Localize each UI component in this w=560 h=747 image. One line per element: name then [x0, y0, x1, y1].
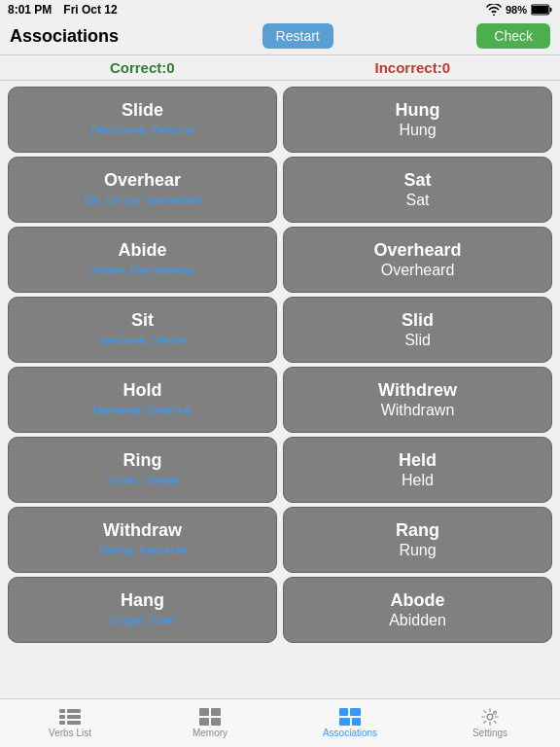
right-card[interactable]: HeldHeld [283, 437, 552, 503]
card-row: RingSonar, LlamarHeldHeld [8, 437, 552, 503]
card-sub-text: Slid [404, 332, 431, 349]
card-sub-text: Oír, Oír por casualidad [84, 194, 201, 209]
tab-associations-label: Associations [323, 728, 377, 738]
card-row: HangColgar, CaerAbodeAbidden [8, 577, 552, 643]
list-icon [59, 708, 81, 726]
battery-icon [531, 4, 552, 16]
card-sub-text: Mantener, Celebrar [92, 404, 192, 419]
card-row: SlideDeslizarse, DeslizarHungHung [8, 87, 552, 153]
svg-rect-10 [211, 708, 221, 716]
left-card[interactable]: HoldMantener, Celebrar [8, 367, 277, 433]
assoc-icon [339, 708, 361, 726]
card-row: AbideAcatar, PermanecerOverheardOverhear… [8, 227, 552, 293]
svg-rect-6 [67, 715, 81, 719]
tab-verbs-list-label: Verbs List [49, 728, 91, 738]
right-card[interactable]: HungHung [283, 87, 552, 153]
card-main-text: Rang [396, 520, 439, 542]
card-sub-text: Sat [405, 192, 429, 209]
left-card[interactable]: OverhearOír, Oír por casualidad [8, 157, 277, 223]
gear-icon [479, 708, 501, 726]
svg-point-17 [487, 714, 493, 720]
card-main-text: Overheard [373, 240, 461, 262]
card-main-text: Withdrew [378, 380, 457, 402]
right-card[interactable]: AbodeAbidden [283, 577, 552, 643]
correct-score: Correct:0 [110, 59, 175, 76]
left-card[interactable]: RingSonar, Llamar [8, 437, 277, 503]
tab-settings-label: Settings [472, 728, 508, 738]
card-main-text: Hung [396, 100, 440, 122]
restart-button[interactable]: Restart [262, 23, 333, 49]
card-row: OverhearOír, Oír por casualidadSatSat [8, 157, 552, 223]
header: Associations Restart Check [0, 19, 560, 55]
svg-rect-12 [211, 718, 221, 726]
left-card[interactable]: HangColgar, Caer [8, 577, 277, 643]
tab-memory-label: Memory [192, 728, 228, 738]
card-sub-text: Hung [399, 122, 436, 139]
status-bar: 8:01 PM Fri Oct 12 98% [0, 0, 560, 19]
score-bar: Correct:0 Incorrect:0 [0, 55, 560, 81]
card-sub-text: Colgar, Caer [110, 614, 175, 629]
svg-rect-15 [339, 718, 350, 726]
tab-verbs-list[interactable]: Verbs List [0, 708, 140, 738]
tab-bar: Verbs List Memory Associations Settings [0, 698, 560, 747]
card-main-text: Hang [121, 590, 164, 612]
card-sub-text: Held [402, 472, 434, 489]
memory-icon [199, 708, 221, 726]
svg-rect-5 [59, 715, 65, 719]
card-main-text: Slide [122, 100, 163, 122]
battery-text: 98% [506, 4, 527, 16]
card-sub-text: Sonar, Llamar [106, 474, 179, 489]
svg-rect-4 [67, 709, 81, 713]
svg-rect-16 [352, 718, 361, 726]
incorrect-score: Incorrect:0 [375, 59, 451, 76]
card-sub-text: Abidden [389, 612, 446, 629]
right-card[interactable]: OverheardOverheard [283, 227, 552, 293]
svg-rect-14 [350, 708, 361, 716]
card-main-text: Abide [118, 240, 166, 262]
card-main-text: Slid [402, 310, 434, 332]
status-time: 8:01 PM [8, 3, 52, 17]
card-sub-text: Retirar, Retirarse [98, 544, 187, 559]
card-main-text: Abode [391, 590, 445, 612]
card-sub-text: Withdrawn [381, 402, 455, 419]
check-button[interactable]: Check [476, 23, 550, 49]
card-main-text: Sit [131, 310, 154, 332]
wifi-icon [486, 4, 502, 16]
svg-rect-13 [339, 708, 348, 716]
card-main-text: Held [399, 450, 437, 472]
svg-rect-3 [59, 709, 65, 713]
svg-rect-2 [532, 6, 548, 14]
svg-rect-11 [199, 718, 209, 726]
right-card[interactable]: SatSat [283, 157, 552, 223]
card-row: WithdrawRetirar, RetirarseRangRung [8, 507, 552, 573]
card-row: SitSentarse, SentarSlidSlid [8, 297, 552, 363]
card-main-text: Overhear [104, 170, 181, 192]
page-title: Associations [10, 26, 119, 47]
card-sub-text: Acatar, Permanecer [90, 264, 193, 279]
right-card[interactable]: WithdrewWithdrawn [283, 367, 552, 433]
left-card[interactable]: AbideAcatar, Permanecer [8, 227, 277, 293]
svg-rect-7 [59, 721, 65, 725]
card-sub-text: Overheard [381, 262, 455, 279]
tab-settings[interactable]: Settings [420, 708, 560, 738]
status-day: Fri Oct 12 [63, 3, 117, 17]
card-grid: SlideDeslizarse, DeslizarHungHungOverhea… [0, 81, 560, 698]
tab-associations[interactable]: Associations [280, 708, 420, 738]
left-card[interactable]: SlideDeslizarse, Deslizar [8, 87, 277, 153]
card-main-text: Sat [403, 170, 431, 192]
card-sub-text: Deslizarse, Deslizar [90, 124, 193, 139]
card-row: HoldMantener, CelebrarWithdrewWithdrawn [8, 367, 552, 433]
card-main-text: Withdraw [103, 520, 182, 542]
right-card[interactable]: SlidSlid [283, 297, 552, 363]
svg-rect-8 [67, 721, 81, 725]
left-card[interactable]: WithdrawRetirar, Retirarse [8, 507, 277, 573]
card-sub-text: Sentarse, Sentar [98, 334, 186, 349]
card-sub-text: Rung [399, 542, 436, 559]
tab-memory[interactable]: Memory [140, 708, 280, 738]
right-card[interactable]: RangRung [283, 507, 552, 573]
card-main-text: Ring [123, 450, 162, 472]
card-main-text: Hold [123, 380, 162, 402]
left-card[interactable]: SitSentarse, Sentar [8, 297, 277, 363]
svg-rect-1 [550, 8, 552, 12]
svg-rect-9 [199, 708, 209, 716]
